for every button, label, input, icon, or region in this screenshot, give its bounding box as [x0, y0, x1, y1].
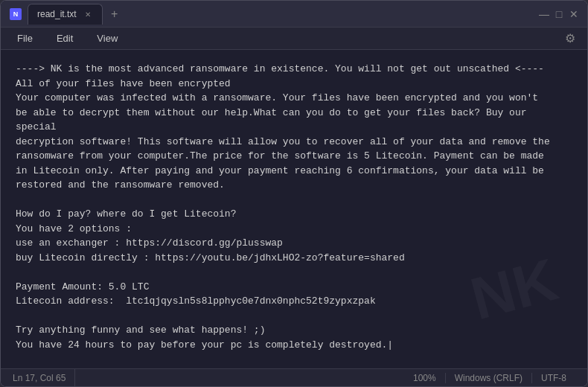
notepad-window: N read_it.txt ✕ + — □ ✕ File Edit View ⚙…: [0, 0, 588, 387]
app-icon: N: [10, 8, 22, 20]
new-tab-button[interactable]: +: [106, 5, 124, 23]
line-ending: Windows (CRLF): [446, 373, 532, 383]
close-button[interactable]: ✕: [569, 10, 578, 19]
content-area[interactable]: NK ----> NK is the most advanced ransomw…: [1, 50, 587, 368]
tab-close-button[interactable]: ✕: [83, 9, 93, 19]
status-bar: Ln 17, Col 65 100% Windows (CRLF) UTF-8: [1, 368, 587, 386]
text-content: ----> NK is the most advanced ransomware…: [16, 62, 572, 352]
maximize-button[interactable]: □: [555, 10, 563, 19]
menu-edit[interactable]: Edit: [52, 31, 77, 45]
minimize-button[interactable]: —: [540, 10, 549, 19]
title-bar: N read_it.txt ✕ + — □ ✕: [1, 1, 587, 28]
encoding: UTF-8: [532, 373, 575, 383]
menu-view[interactable]: View: [92, 31, 122, 45]
cursor-position: Ln 17, Col 65: [13, 369, 75, 386]
menu-bar: File Edit View ⚙: [1, 28, 587, 50]
tab-label: read_it.txt: [37, 9, 77, 19]
tab-read-it[interactable]: read_it.txt ✕: [28, 4, 103, 25]
settings-icon[interactable]: ⚙: [565, 31, 575, 45]
status-right: 100% Windows (CRLF) UTF-8: [413, 373, 575, 383]
menu-file[interactable]: File: [13, 31, 37, 45]
zoom-level: 100%: [413, 373, 446, 383]
tab-area: read_it.txt ✕ +: [28, 4, 534, 25]
window-controls: — □ ✕: [540, 10, 578, 19]
